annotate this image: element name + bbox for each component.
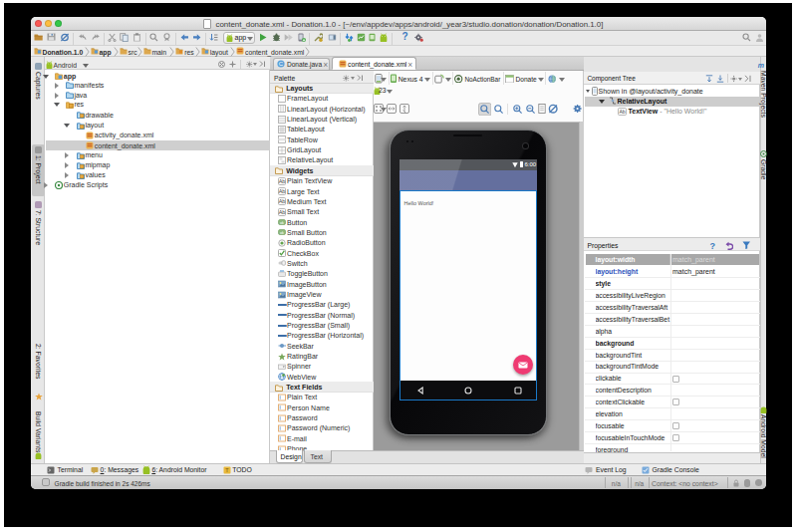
svg-text:ok: ok xyxy=(279,220,283,225)
svg-text:C: C xyxy=(279,61,284,67)
svg-text:ok: ok xyxy=(279,230,283,235)
svg-text:Ab: Ab xyxy=(278,188,285,194)
svg-text:Ab: Ab xyxy=(278,209,285,215)
svg-text:Ab: Ab xyxy=(278,198,285,204)
svg-text:Ab: Ab xyxy=(278,178,285,184)
svg-text:Ab: Ab xyxy=(619,108,625,114)
